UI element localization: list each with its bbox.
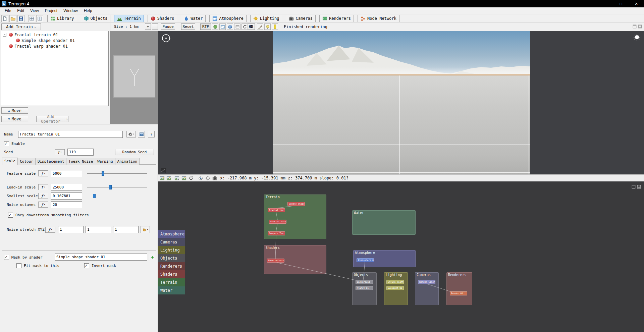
lead-in-scale-input[interactable] xyxy=(51,184,82,191)
node-atmosphere-01[interactable]: Atmosphere 01 xyxy=(357,258,374,262)
noise-octaves-function-button[interactable]: ƒ▾ xyxy=(38,202,48,208)
tab-warping[interactable]: Warping xyxy=(95,158,115,165)
rtp-button[interactable]: RTP xyxy=(200,23,211,30)
split-layout-button[interactable] xyxy=(36,15,43,22)
add-operator-button[interactable]: Add Operator ▸ xyxy=(36,116,68,122)
mask-by-shader-checkbox[interactable] xyxy=(4,255,9,260)
new-file-button[interactable] xyxy=(1,15,8,22)
render-preview[interactable] xyxy=(273,31,530,174)
brush-button[interactable] xyxy=(257,23,263,30)
smallest-scale-input[interactable] xyxy=(51,192,82,200)
menu-edit[interactable]: Edit xyxy=(14,8,27,14)
module-terrain[interactable]: Terrain xyxy=(114,15,144,22)
tab-displacement[interactable]: Displacement xyxy=(35,158,66,165)
menu-file[interactable]: File xyxy=(2,8,14,14)
frame-button[interactable] xyxy=(234,23,240,30)
layout-button[interactable] xyxy=(28,15,35,22)
open-folder-button[interactable] xyxy=(9,15,16,22)
module-node-network[interactable]: Node Network xyxy=(358,15,399,22)
tab-scale[interactable]: Scale xyxy=(2,158,18,165)
module-atmosphere[interactable]: Atmosphere xyxy=(209,15,246,22)
node-network-pane[interactable]: AtmosphereCamerasLightingObjectsRenderer… xyxy=(158,181,644,332)
tree-expander-icon[interactable] xyxy=(3,33,6,37)
fit-mask-checkbox[interactable] xyxy=(16,263,21,268)
exposure-button[interactable] xyxy=(272,23,278,30)
module-objects[interactable]: Objects xyxy=(81,15,111,22)
random-seed-button[interactable]: Random Seed xyxy=(115,149,154,155)
menu-window[interactable]: Window xyxy=(60,8,81,14)
smallest-scale-function-button[interactable]: ƒ▾ xyxy=(38,193,48,199)
menu-project[interactable]: Project xyxy=(42,8,60,14)
node-compute-terrain[interactable]: Compute Terrain xyxy=(268,231,285,235)
photo-button[interactable] xyxy=(159,175,165,181)
smallest-scale-slider[interactable] xyxy=(87,193,147,199)
tree-item[interactable]: Fractal terrain 01 xyxy=(1,32,108,38)
node-fractal-warp-s[interactable]: Fractal warp s xyxy=(269,220,286,224)
compass-gizmo[interactable] xyxy=(161,33,171,43)
sun-position-gizmo[interactable] xyxy=(633,34,641,41)
node-fractal-terrain-01[interactable]: Fractal terrain 01 xyxy=(268,208,285,212)
zoom-out-button[interactable]: - xyxy=(152,23,158,30)
node-background[interactable]: Background xyxy=(356,280,373,284)
noise-stretch-input-z[interactable] xyxy=(113,226,139,233)
add-mask-shader-button[interactable] xyxy=(149,254,155,260)
node-render-camera[interactable]: Render Camera xyxy=(418,280,435,284)
noise-stretch-input-y[interactable] xyxy=(86,226,111,233)
node-base-colours[interactable]: Base colours xyxy=(267,259,284,263)
refresh-button[interactable] xyxy=(188,175,194,181)
lead-in-scale-slider[interactable] xyxy=(87,185,147,190)
crosshair-button[interactable] xyxy=(205,175,211,181)
pane-float-button[interactable] xyxy=(632,24,637,29)
photo-export-button[interactable] xyxy=(174,175,180,181)
feature-scale-input[interactable] xyxy=(51,170,82,177)
move-down-button[interactable]: ▼ Move xyxy=(1,116,28,122)
camera-button[interactable] xyxy=(212,175,218,181)
photo-button[interactable] xyxy=(166,175,172,181)
hd-button[interactable]: HD xyxy=(247,23,255,30)
invert-mask-checkbox[interactable] xyxy=(84,263,89,268)
module-shaders[interactable]: Shaders xyxy=(148,15,177,22)
refresh-button[interactable] xyxy=(241,23,248,30)
module-library[interactable]: Library xyxy=(47,15,77,22)
close-button[interactable]: ✕ xyxy=(629,0,644,7)
enable-checkbox[interactable] xyxy=(4,141,9,146)
noise-stretch-lock-button[interactable]: ▾ xyxy=(141,226,150,233)
tree-item[interactable]: Simple shape shader 01 xyxy=(1,38,108,43)
reset-button[interactable]: Reset xyxy=(181,23,195,30)
save-button[interactable] xyxy=(17,15,24,22)
zoom-in-button[interactable]: + xyxy=(145,23,151,30)
noise-stretch-function-button[interactable]: ƒ ▾ xyxy=(45,227,55,233)
feature-scale-slider[interactable] xyxy=(87,171,147,176)
name-input[interactable] xyxy=(18,131,123,138)
slider-handle[interactable] xyxy=(93,194,96,198)
node-enviro-light[interactable]: Enviro light xyxy=(386,280,404,284)
node-preview-button[interactable] xyxy=(138,131,145,137)
add-terrain-button[interactable]: Add Terrain ▸ xyxy=(1,23,41,30)
seed-function-button[interactable]: ƒ ▾ xyxy=(55,149,65,155)
3d-preview-viewport[interactable] xyxy=(158,31,644,174)
obey-smoothing-checkbox[interactable] xyxy=(8,213,13,218)
feature-scale-function-button[interactable]: ƒ▾ xyxy=(38,170,48,176)
slider-handle[interactable] xyxy=(109,185,112,189)
globe-button[interactable] xyxy=(227,23,233,30)
module-water[interactable]: Water xyxy=(181,15,206,22)
tab-animation[interactable]: Animation xyxy=(115,158,140,165)
tab-colour[interactable]: Colour xyxy=(17,158,36,165)
shader-preview-thumbnail[interactable] xyxy=(113,55,155,98)
quality-sphere-button[interactable] xyxy=(212,23,218,30)
node-planet-01[interactable]: Planet 01 xyxy=(356,286,373,290)
menu-help[interactable]: Help xyxy=(81,8,95,14)
maximize-button[interactable]: □ xyxy=(613,0,629,7)
seed-input[interactable] xyxy=(67,149,94,156)
mask-shader-input[interactable] xyxy=(55,254,147,261)
slider-handle[interactable] xyxy=(102,171,104,176)
minimize-button[interactable]: ─ xyxy=(598,0,613,7)
move-up-button[interactable]: ▲ Move xyxy=(1,107,28,114)
clouds-button[interactable] xyxy=(219,23,226,30)
photo-button[interactable] xyxy=(181,175,187,181)
module-cameras[interactable]: Cameras xyxy=(286,15,316,22)
eye-button[interactable] xyxy=(198,175,204,181)
bulb-button[interactable] xyxy=(264,23,271,30)
node-render-01[interactable]: Render 01 xyxy=(450,291,467,295)
lead-in-scale-function-button[interactable]: ƒ▾ xyxy=(38,184,48,190)
